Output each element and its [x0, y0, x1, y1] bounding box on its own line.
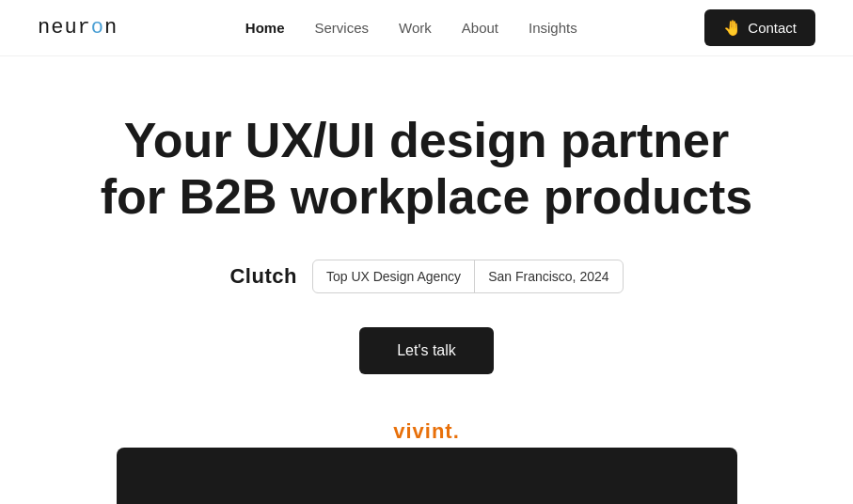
nav-links: Home Services Work About Insights [245, 20, 577, 37]
cta-label: Let's talk [397, 342, 456, 358]
nav-link-about[interactable]: About [462, 20, 498, 36]
nav-link-work[interactable]: Work [399, 20, 432, 36]
contact-button[interactable]: 🤚 Contact [704, 9, 815, 46]
clutch-info: Top UX Design Agency San Francisco, 2024 [312, 260, 624, 293]
nav-item-services[interactable]: Services [315, 20, 370, 37]
nav-item-home[interactable]: Home [245, 20, 285, 37]
hero-title-line2: for B2B workplace products [101, 169, 752, 224]
nav-item-insights[interactable]: Insights [529, 20, 577, 37]
hero-title-line1: Your UX/UI design partner [124, 113, 729, 167]
nav-item-work[interactable]: Work [399, 20, 432, 37]
showcase-preview [117, 448, 737, 504]
nav-link-services[interactable]: Services [315, 20, 370, 36]
vivint-brand-label: vivint. [393, 419, 460, 444]
logo: neuron [38, 16, 118, 39]
hero-title: Your UX/UI design partner for B2B workpl… [101, 113, 752, 226]
clutch-label: Clutch [229, 264, 296, 289]
nav-link-home[interactable]: Home [245, 20, 285, 36]
main-content: Your UX/UI design partner for B2B workpl… [0, 56, 853, 504]
logo-text: neuron [38, 16, 118, 39]
navbar: neuron Home Services Work About Insights… [0, 0, 853, 56]
clutch-badge: Clutch Top UX Design Agency San Francisc… [229, 260, 623, 293]
nav-item-about[interactable]: About [462, 20, 498, 37]
logo-highlight: o [91, 16, 104, 39]
contact-label: Contact [748, 20, 797, 36]
wave-icon: 🤚 [723, 19, 742, 37]
lets-talk-button[interactable]: Let's talk [359, 327, 494, 374]
nav-link-insights[interactable]: Insights [529, 20, 577, 36]
clutch-badge-text: Top UX Design Agency [313, 269, 474, 284]
clutch-location: San Francisco, 2024 [475, 269, 622, 284]
